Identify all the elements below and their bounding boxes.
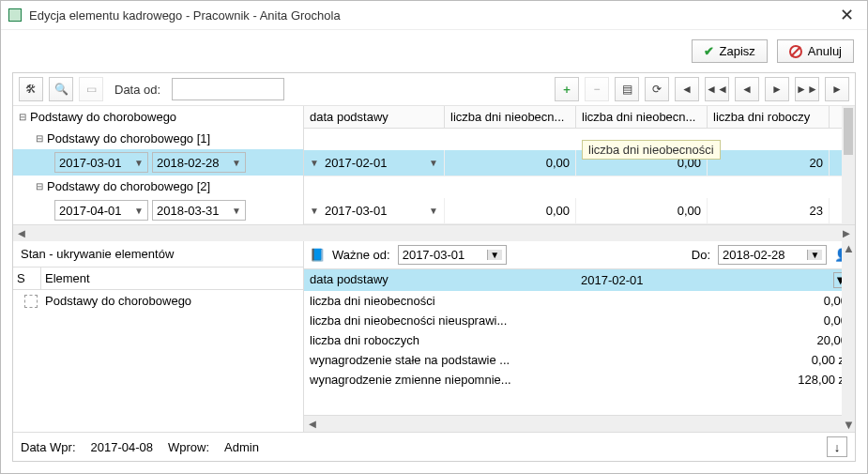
checkbox[interactable] — [24, 295, 38, 308]
collapse-icon[interactable]: ⊟ — [36, 181, 43, 191]
valid-from-dropdown[interactable]: 2017-03-01▼ — [398, 245, 507, 265]
cancel-button[interactable]: Anuluj — [777, 39, 854, 63]
status-user-label: Wprow: — [168, 440, 209, 454]
detail-row[interactable]: wynagrodzenie stałe na podstawie ... 0,0… — [304, 350, 855, 370]
detail-value: 20,00 — [573, 330, 855, 350]
table-row[interactable]: ▼2017-03-01▼ 0,00 0,00 23 — [304, 198, 855, 224]
detail-label: liczba dni nieobecności — [304, 291, 573, 311]
vertical-scrollbar[interactable]: ▲ ▼ — [842, 241, 855, 432]
tree-node-label: Podstawy do chorobowego [1] — [47, 131, 210, 145]
chevron-down-icon[interactable]: ▼ — [487, 250, 502, 260]
detail-label: liczba dni nieobecności nieusprawi... — [304, 311, 573, 330]
vertical-scrollbar[interactable] — [842, 106, 855, 224]
detail-label: liczba dni roboczych — [304, 330, 573, 350]
tree-node[interactable]: ⊟ Podstawy do chorobowego [1] — [13, 128, 303, 149]
search-button[interactable]: 🔍 — [49, 77, 73, 101]
nav-prev2-button[interactable]: ◄◄ — [705, 77, 729, 101]
list-item-label: Podstawy do chorobowego — [45, 294, 191, 308]
detail-value[interactable]: 2017-02-01▼ — [573, 269, 855, 291]
node-date-from[interactable]: 2017-03-01▼ — [54, 152, 148, 173]
collapse-icon[interactable]: ⊟ — [19, 112, 26, 122]
window-title: Edycja elementu kadrowego - Pracownik - … — [29, 8, 834, 23]
copy-button[interactable]: ▤ — [615, 77, 639, 101]
scroll-left-icon[interactable]: ◄ — [13, 226, 30, 240]
status-date-label: Data Wpr: — [21, 440, 76, 454]
valid-to-label: Do: — [692, 248, 710, 262]
collapse-icon[interactable]: ⊟ — [36, 133, 43, 144]
list-item[interactable]: Podstawy do chorobowego — [13, 290, 303, 312]
chevron-down-icon[interactable]: ▼ — [134, 206, 144, 216]
detail-value: 0,00 — [573, 311, 855, 330]
detail-row[interactable]: liczba dni nieobecności 0,00 — [304, 291, 855, 311]
add-button[interactable]: ＋ — [555, 77, 579, 101]
app-icon — [8, 8, 22, 22]
tree-root-label: Podstawy do chorobowego — [30, 110, 176, 124]
scroll-right-icon[interactable]: ► — [838, 226, 855, 240]
detail-row[interactable]: data podstawy 2017-02-01▼ — [304, 269, 855, 291]
detail-label: wynagrodzenie stałe na podstawie ... — [304, 350, 573, 370]
col-element: Element — [41, 268, 303, 289]
chevron-down-icon[interactable]: ▼ — [807, 250, 822, 260]
detail-row[interactable]: wynagrodzenie zmienne niepomnie... 128,0… — [304, 370, 855, 390]
chevron-down-icon[interactable]: ▼ — [429, 158, 438, 168]
chevron-down-icon[interactable]: ▼ — [232, 206, 241, 216]
date-from-label: Data od: — [109, 83, 166, 97]
book-icon: 📘 — [310, 248, 325, 262]
chevron-down-icon[interactable]: ▼ — [310, 158, 319, 168]
detail-label: data podstawy — [304, 269, 573, 291]
nav-next-button[interactable]: ► — [825, 77, 849, 101]
node-date-to[interactable]: 2018-03-31▼ — [152, 200, 246, 221]
col-s: S — [13, 268, 41, 289]
status-date: 2017-04-08 — [91, 440, 154, 454]
col-header[interactable]: liczba dni roboczy — [708, 106, 830, 128]
col-header[interactable]: liczba dni nieobecn... — [445, 106, 576, 128]
tree-node[interactable]: ⊟ Podstawy do chorobowego [2] — [13, 176, 303, 197]
nav-next1-button[interactable]: ► — [765, 77, 789, 101]
close-icon[interactable]: ✕ — [834, 5, 860, 25]
remove-button: − — [585, 77, 609, 101]
date-from-input[interactable] — [172, 78, 284, 100]
stan-title: Stan - ukrywanie elementów — [13, 241, 303, 268]
detail-value: 128,00 zł — [573, 370, 855, 390]
valid-to-dropdown[interactable]: 2018-02-28▼ — [718, 245, 827, 265]
unknown-button: ▭ — [79, 77, 103, 101]
valid-from-label: Ważne od: — [332, 248, 390, 262]
chevron-down-icon[interactable]: ▼ — [429, 206, 438, 216]
scroll-up-icon[interactable]: ▲ — [843, 241, 854, 255]
detail-value: 0,00 — [573, 291, 855, 311]
status-user: Admin — [224, 440, 259, 454]
chevron-down-icon[interactable]: ▼ — [232, 158, 241, 168]
detail-value: 0,00 zł — [573, 350, 855, 370]
tooltip: liczba dni nieobecności — [582, 140, 721, 160]
refresh-button[interactable]: ⟳ — [645, 77, 669, 101]
nav-next2-button[interactable]: ►► — [795, 77, 819, 101]
cancel-icon — [789, 45, 802, 58]
node-date-to[interactable]: 2018-02-28▼ — [152, 152, 246, 173]
scroll-left-icon[interactable]: ◄ — [304, 417, 321, 431]
cancel-label: Anuluj — [808, 44, 842, 58]
detail-row[interactable]: liczba dni nieobecności nieusprawi... 0,… — [304, 311, 855, 330]
table-row[interactable]: ▼2017-02-01▼ 0,00 0,00 20 — [304, 150, 855, 176]
arrow-down-button[interactable]: ↓ — [827, 436, 847, 457]
chevron-down-icon[interactable]: ▼ — [134, 158, 144, 168]
tree-node-label: Podstawy do chorobowego [2] — [47, 179, 210, 193]
nav-prev1-button[interactable]: ◄ — [735, 77, 759, 101]
node-date-from[interactable]: 2017-04-01▼ — [54, 200, 148, 221]
tools-button[interactable]: 🛠 — [19, 77, 43, 101]
col-header[interactable]: data podstawy — [304, 106, 445, 128]
detail-label: wynagrodzenie zmienne niepomnie... — [304, 370, 573, 390]
detail-row[interactable]: liczba dni roboczych 20,00 — [304, 330, 855, 350]
save-button[interactable]: ✔ Zapisz — [692, 39, 768, 63]
tree-root[interactable]: ⊟ Podstawy do chorobowego — [13, 106, 303, 128]
scroll-down-icon[interactable]: ▼ — [843, 418, 854, 432]
col-header[interactable]: liczba dni nieobecn... — [576, 106, 708, 128]
save-label: Zapisz — [720, 44, 755, 58]
check-icon: ✔ — [704, 44, 714, 58]
nav-prev-button[interactable]: ◄ — [675, 77, 699, 101]
chevron-down-icon[interactable]: ▼ — [310, 206, 319, 216]
